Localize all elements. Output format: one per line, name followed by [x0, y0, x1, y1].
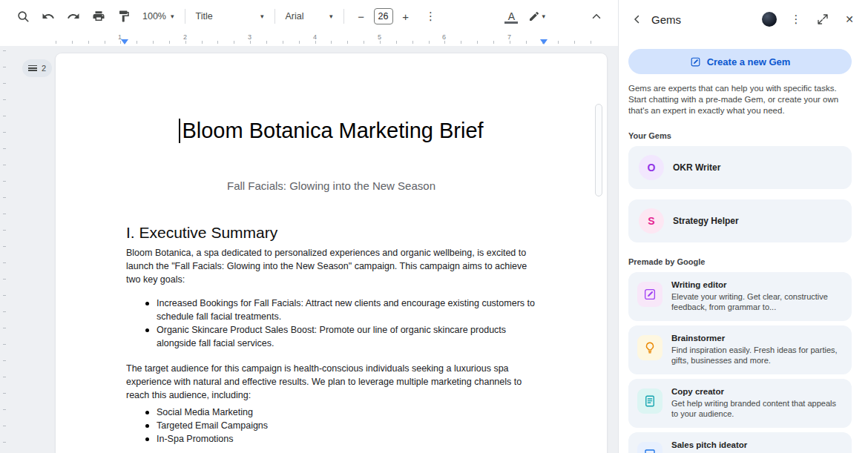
left-indent-marker[interactable] [121, 39, 128, 44]
chevron-down-icon: ▾ [542, 13, 545, 20]
gem-card-okr-writer[interactable]: O OKR Writer [628, 146, 852, 189]
list-item[interactable]: Social Media Marketing [145, 406, 536, 419]
list-icon [28, 65, 37, 71]
editing-mode-button[interactable]: ▾ [524, 4, 550, 28]
sidebar-header-actions: ⋮ ✕ [760, 10, 859, 29]
toolbar-divider [274, 9, 275, 24]
bullet-dot [145, 411, 149, 414]
gem-name: OKR Writer [673, 162, 720, 173]
text-cursor [179, 119, 180, 143]
gem-description: Get help writing branded content that ap… [671, 398, 842, 419]
horizontal-ruler[interactable]: 1 2 3 4 5 6 7 [56, 33, 607, 46]
bullet-dot [145, 328, 149, 332]
ruler-number: 2 [183, 33, 187, 41]
ruler-number: 3 [248, 33, 251, 41]
gem-card-strategy-helper[interactable]: S Strategy Helper [628, 199, 852, 242]
gem-card-brainstormer[interactable]: Brainstormer Find inspiration easily. Fr… [628, 325, 852, 374]
document-canvas[interactable]: 2 Bloom Botanica Marketing Brief Fall Fa… [0, 46, 618, 453]
bullet-dot [145, 424, 149, 428]
bullet-dot [145, 302, 149, 305]
close-icon[interactable]: ✕ [840, 10, 859, 29]
premade-label: Premade by Google [628, 257, 852, 266]
list-item-text[interactable]: Targeted Email Campaigns [157, 419, 268, 432]
more-options-icon[interactable]: ⋮ [786, 10, 806, 29]
gem-card-writing-editor[interactable]: Writing editor Elevate your writing. Get… [628, 272, 852, 321]
chevron-down-icon: ▾ [329, 13, 333, 20]
gem-name: Sales pitch ideator [671, 440, 747, 449]
pen-icon [528, 10, 540, 22]
sidebar-header: Gems ⋮ ✕ [619, 0, 868, 39]
ruler-number: 7 [507, 33, 511, 41]
list-item-text[interactable]: Social Media Marketing [157, 406, 253, 419]
toolbar-overflow-menu[interactable]: ⋮ [418, 4, 444, 28]
document-icon [637, 388, 662, 414]
doc-paragraph[interactable]: The target audience for this campaign is… [126, 362, 542, 402]
zoom-select[interactable]: 100% ▾ [137, 6, 180, 27]
toolbar-divider [343, 9, 344, 24]
editor-region: 100% ▾ Title ▾ Arial ▾ − + ⋮ A ▾ [0, 0, 618, 453]
font-size-input[interactable] [374, 8, 393, 24]
redo-button[interactable] [61, 4, 86, 28]
search-icon[interactable] [10, 4, 36, 28]
tabs-outline-button[interactable]: 2 [22, 59, 52, 77]
doc-subtitle[interactable]: Fall Facials: Glowing into the New Seaso… [56, 179, 607, 192]
back-button[interactable] [628, 10, 647, 29]
print-button[interactable] [86, 4, 111, 28]
doc-bullet-list[interactable]: Increased Bookings for Fall Facials: Att… [145, 297, 536, 350]
decrease-font-size-button[interactable]: − [349, 4, 374, 28]
font-color-icon[interactable]: A [499, 4, 524, 28]
toolbar: 100% ▾ Title ▾ Arial ▾ − + ⋮ A ▾ [0, 0, 618, 33]
zoom-value: 100% [142, 11, 166, 22]
toolbar-divider [185, 9, 185, 24]
open-in-full-icon[interactable] [813, 10, 832, 29]
list-item[interactable]: In-Spa Promotions [145, 432, 536, 446]
scrollbar-thumb[interactable] [595, 104, 602, 196]
sidebar-title: Gems [651, 13, 681, 26]
lightbulb-icon [637, 335, 662, 360]
gem-name: Copy creator [671, 387, 842, 396]
list-item[interactable]: Targeted Email Campaigns [145, 419, 536, 432]
list-item[interactable]: Organic Skincare Product Sales Boost: Pr… [145, 323, 536, 350]
paragraph-style-select[interactable]: Title ▾ [190, 6, 270, 27]
style-value: Title [196, 11, 213, 22]
document-page[interactable]: Bloom Botanica Marketing Brief Fall Faci… [56, 53, 607, 453]
gem-name: Brainstormer [671, 334, 842, 343]
presentation-icon [637, 442, 662, 453]
font-family-select[interactable]: Arial ▾ [280, 6, 339, 27]
right-indent-marker[interactable] [540, 39, 548, 44]
google-docs-window: 100% ▾ Title ▾ Arial ▾ − + ⋮ A ▾ [0, 0, 868, 453]
create-gem-button[interactable]: Create a new Gem [628, 49, 852, 74]
gem-name: Strategy Helper [673, 216, 739, 226]
ruler-number: 4 [313, 33, 317, 41]
list-item-text[interactable]: In-Spa Promotions [157, 432, 234, 446]
gem-avatar: O [639, 155, 664, 180]
chevron-down-icon: ▾ [171, 13, 174, 20]
doc-heading-1[interactable]: I. Executive Summary [126, 224, 277, 242]
gem-avatar: S [639, 208, 664, 234]
gems-sidebar: Gems ⋮ ✕ Create a new Gem Gems are exper… [618, 0, 868, 453]
undo-button[interactable] [36, 4, 61, 28]
edit-square-icon [637, 282, 662, 307]
gem-name: Writing editor [671, 280, 842, 289]
your-gems-label: Your Gems [628, 131, 852, 140]
gem-description: Find inspiration easily. Fresh ideas for… [671, 345, 842, 366]
color-bar [504, 22, 518, 24]
list-item-text[interactable]: Increased Bookings for Fall Facials: Att… [157, 297, 536, 323]
doc-bullet-list[interactable]: Social Media Marketing Targeted Email Ca… [145, 406, 536, 446]
gem-sphere-icon[interactable] [760, 10, 779, 29]
create-gem-label: Create a new Gem [707, 56, 791, 67]
hide-menus-button[interactable] [584, 4, 609, 28]
doc-title-text[interactable]: Bloom Botanica Marketing Brief [182, 119, 483, 143]
gem-card-sales-pitch-ideator[interactable]: Sales pitch ideator [628, 432, 852, 453]
ruler-number: 5 [378, 33, 381, 41]
doc-title[interactable]: Bloom Botanica Marketing Brief [56, 119, 607, 143]
paint-format-icon[interactable] [111, 4, 137, 28]
gem-card-copy-creator[interactable]: Copy creator Get help writing branded co… [628, 379, 852, 428]
ruler-ticks [56, 41, 607, 44]
list-item[interactable]: Increased Bookings for Fall Facials: Att… [145, 297, 536, 323]
increase-font-size-button[interactable]: + [393, 4, 418, 28]
gem-description: Elevate your writing. Get clear, constru… [671, 291, 842, 312]
list-item-text[interactable]: Organic Skincare Product Sales Boost: Pr… [157, 323, 536, 350]
chevron-down-icon: ▾ [260, 13, 264, 20]
doc-paragraph[interactable]: Bloom Botanica, a spa dedicated to perso… [126, 246, 542, 286]
